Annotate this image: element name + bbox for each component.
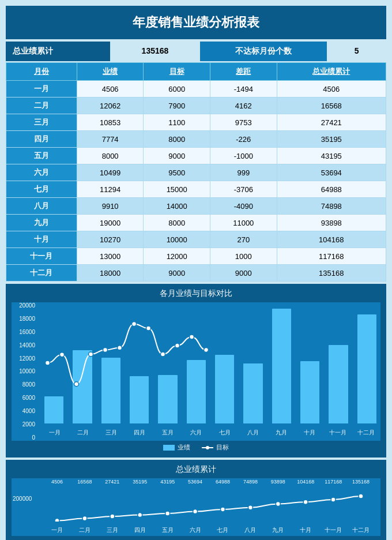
cell-month: 一月 — [6, 81, 77, 97]
cell-performance: 9910 — [77, 198, 144, 215]
bar-group — [296, 302, 323, 423]
cumulative-dot — [359, 494, 363, 498]
bar-chart-area: 2000018000160001400012000100008000600040… — [12, 302, 380, 441]
cell-cumulative: 53694 — [277, 164, 386, 181]
cell-target: 6000 — [144, 81, 210, 97]
bar — [44, 396, 63, 423]
y-axis-label: 18000 — [19, 316, 37, 322]
bottom-x-label: 十二月 — [347, 526, 375, 534]
cell-performance: 7774 — [77, 131, 144, 148]
cell-month: 八月 — [6, 198, 77, 215]
table-row: 九月 19000 8000 11000 93898 — [6, 215, 386, 231]
cumulative-dot — [55, 519, 59, 522]
cell-target: 9000 — [144, 148, 210, 164]
cell-diff: -1000 — [210, 148, 277, 164]
cell-diff: -226 — [210, 131, 277, 148]
cell-performance: 11294 — [77, 181, 144, 198]
y-axis-label: 14000 — [19, 342, 37, 348]
table-row: 二月 12062 7900 4162 16568 — [6, 97, 386, 114]
col-target: 目标 — [144, 63, 210, 81]
cell-diff: 11000 — [210, 215, 277, 231]
cell-month: 六月 — [6, 164, 77, 181]
y-axis-label: 16000 — [19, 329, 37, 335]
x-axis-label: 十二月 — [352, 429, 380, 437]
bars-container — [40, 302, 380, 423]
cell-diff: 999 — [210, 164, 277, 181]
y-axis-label: 8000 — [22, 381, 37, 388]
cell-target: 15000 — [144, 181, 210, 198]
cell-performance: 19000 — [77, 215, 144, 231]
bar-group — [239, 302, 266, 423]
cell-target: 7900 — [144, 97, 210, 114]
cell-performance: 10853 — [77, 114, 144, 131]
bottom-x-label: 四月 — [126, 526, 154, 534]
table-row: 十二月 18000 9000 9000 135168 — [6, 265, 386, 282]
table-row: 十月 10270 10000 270 104168 — [6, 231, 386, 248]
cumulative-dot — [303, 500, 308, 504]
cell-month: 五月 — [6, 148, 77, 164]
cell-performance: 10499 — [77, 164, 144, 181]
x-axis-label: 十月 — [296, 429, 324, 437]
y-axis-label: 4000 — [22, 408, 37, 414]
table-row: 六月 10499 9500 999 53694 — [6, 164, 386, 181]
cell-target: 9500 — [144, 164, 210, 181]
bar — [357, 314, 376, 423]
bar — [187, 360, 206, 423]
cumulative-dot — [110, 514, 115, 519]
cell-month: 十二月 — [6, 265, 77, 282]
bar — [158, 375, 177, 423]
bottom-x-label: 九月 — [264, 526, 292, 534]
bottom-x-label: 八月 — [236, 526, 264, 534]
cell-diff: 270 — [210, 231, 277, 248]
legend-line-item: 目标 — [202, 443, 229, 452]
y-axis-label: 20000 — [19, 302, 37, 309]
x-labels: 一月二月三月四月五月六月七月八月九月十月十一月十二月 — [40, 425, 380, 441]
x-axis-label: 五月 — [154, 429, 182, 437]
cell-cumulative: 43195 — [277, 148, 386, 164]
table-row: 三月 10853 1100 9753 27421 — [6, 114, 386, 131]
cumulative-dot — [165, 511, 170, 516]
x-axis-label: 十一月 — [324, 429, 352, 437]
bottom-y-label: 200000 — [13, 496, 32, 502]
miss-label: 不达标月份个数 — [200, 42, 327, 61]
cell-cumulative: 16568 — [277, 97, 386, 114]
cell-performance: 8000 — [77, 148, 144, 164]
bottom-x-label: 五月 — [154, 526, 182, 534]
y-axis: 2000018000160001400012000100008000600040… — [12, 302, 37, 441]
cell-month: 三月 — [6, 114, 77, 131]
cell-cumulative: 4506 — [277, 81, 386, 97]
table-row: 一月 4506 6000 -1494 4506 — [6, 81, 386, 97]
cell-month: 二月 — [6, 97, 77, 114]
cumulative-dot — [138, 513, 142, 518]
y-axis-label: 10000 — [19, 368, 37, 374]
chart-legend: 业绩 目标 — [12, 443, 380, 452]
legend-bar-label: 业绩 — [178, 443, 190, 452]
y-axis-label: 12000 — [19, 355, 37, 362]
cumulative-dot — [82, 516, 87, 521]
page: 年度销售业绩分析报表 总业绩累计 135168 不达标月份个数 5 月份 业绩 … — [0, 0, 392, 540]
y-axis-label: 6000 — [22, 395, 37, 401]
cell-cumulative: 135168 — [277, 265, 386, 282]
bar — [300, 361, 319, 423]
bar-group — [268, 302, 295, 423]
bottom-x-label: 三月 — [99, 526, 126, 534]
table-row: 八月 9910 14000 -4090 74898 — [6, 198, 386, 215]
x-axis-label: 九月 — [267, 429, 295, 437]
x-axis-label: 四月 — [126, 429, 154, 437]
bar-group — [69, 302, 96, 423]
bar-chart-title: 各月业绩与目标对比 — [12, 288, 380, 299]
bar-group — [126, 302, 153, 423]
data-table: 月份 业绩 目标 差距 总业绩累计 一月 4506 6000 -1494 450… — [6, 62, 386, 282]
cell-cumulative: 93898 — [277, 215, 386, 231]
x-axis-label: 二月 — [69, 429, 97, 437]
col-month: 月份 — [6, 63, 77, 81]
bottom-chart-area: 200000 450616568274213519543195536946498… — [12, 478, 380, 536]
cell-performance: 10270 — [77, 231, 144, 248]
cell-target: 1100 — [144, 114, 210, 131]
bar-group — [40, 302, 67, 423]
cell-target: 10000 — [144, 231, 210, 248]
cell-cumulative: 64988 — [277, 181, 386, 198]
bar-group — [353, 302, 380, 423]
bar — [243, 363, 262, 423]
table-row: 七月 11294 15000 -3706 64988 — [6, 181, 386, 198]
